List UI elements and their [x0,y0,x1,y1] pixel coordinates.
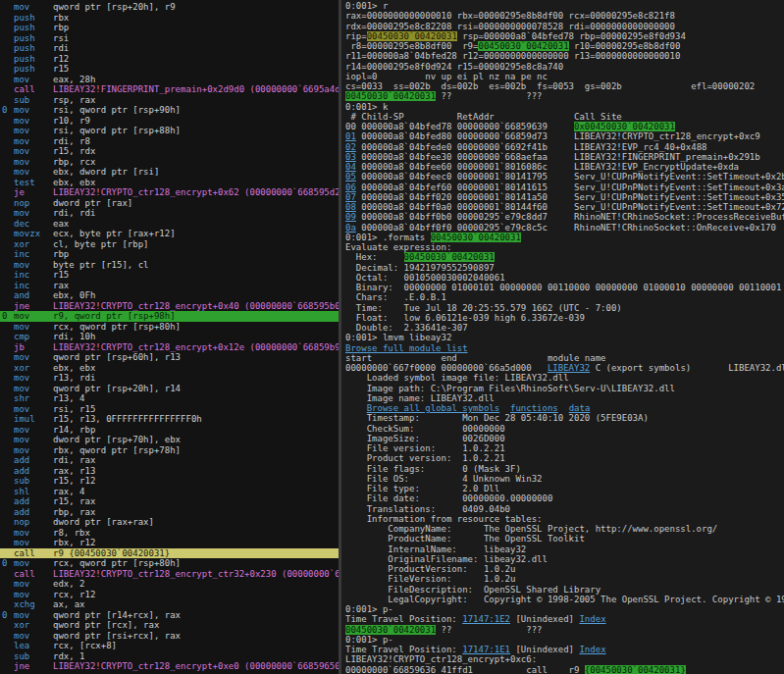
console-line: r8=00000295e8b8df00 r9=00450030`00420031… [345,41,784,51]
operands: eax, 28h [53,75,95,84]
disasm-line[interactable]: movrsi, qword ptr [rsp+88h] [0,126,339,136]
console-text: 0:001> r [345,1,388,11]
dml-link[interactable]: 03 [345,152,356,162]
disasm-line[interactable]: movrbx, r12 [0,538,339,548]
disasm-line[interactable]: shrr13, 4 [0,393,339,404]
dml-link[interactable]: Index [579,614,605,624]
disasm-line[interactable]: addrbp, rax [0,507,339,518]
disasm-line[interactable]: movr14, rbp [0,425,339,436]
console-text: InternalName: libeay32 [345,544,526,554]
dml-link[interactable]: Index [579,645,605,654]
disasm-line[interactable]: callLIBEAY32!CRYPTO_ctr128_encrypt_ctr32… [0,569,339,580]
disasm-line[interactable]: incrbp [0,249,339,260]
console-text: 000000a8`04bfede0 00000000`6692f41b LIBE… [356,142,707,152]
disasm-line[interactable]: addrax, r13 [0,466,339,477]
disasm-line[interactable]: learcx, [rcx+8] [0,641,339,651]
disasm-line[interactable]: movdword ptr [rsp+70h], ebx [0,435,339,445]
console-line: Image name: LIBEAY32.dll [345,393,784,403]
disasm-line[interactable]: jeLIBEAY32!CRYPTO_ctr128_encrypt+0x62 (0… [0,187,339,198]
disasm-line[interactable]: deceax [0,219,339,230]
dml-link[interactable]: Browse full module list [345,343,468,353]
disasm-line[interactable]: pushrsi [0,33,339,44]
mnemonic: mov [14,2,53,13]
dml-link[interactable]: functions [510,403,558,413]
disasm-line[interactable]: pushrdi [0,43,339,54]
disasm-line[interactable]: imulr15, r13, 0FFFFFFFFFFFFFFF0h [0,414,339,425]
console-text: Double: 2.33641e-307 [345,323,468,333]
disasm-line[interactable]: pushr12 [0,54,339,65]
disasm-line[interactable]: movqword ptr [rsp+60h], r13 [0,352,339,363]
disasm-line[interactable]: 0movr9, qword ptr [rsp+98h] [0,311,339,322]
disasm-line[interactable]: movr10, r9 [0,116,339,127]
console-line: OriginalFilename: libeay32.dll [345,554,784,564]
disasm-line[interactable]: 0movrcx, qword ptr [rsp+80h] [0,558,339,569]
disasm-line[interactable]: andebx, 0Fh [0,290,339,301]
address-gutter: 0 [0,558,14,569]
disasm-line[interactable]: movrcx, r12 [0,590,339,600]
disasm-line[interactable]: pushrbx [0,13,339,24]
dml-link[interactable]: LIBEAY32 [548,363,590,373]
disasm-line[interactable]: movzxecx, byte ptr [rax+r12] [0,229,339,239]
disasm-line[interactable]: movrdi, r8 [0,136,339,147]
disasm-line[interactable]: movr15, rdx [0,146,339,157]
disasm-line[interactable]: movr13, rdi [0,373,339,384]
dml-link[interactable]: 07 [345,192,356,202]
disasm-line[interactable]: jbLIBEAY32!CRYPTO_ctr128_encrypt+0x12e (… [0,342,339,353]
disasm-line[interactable]: movrbx, qword ptr [rsp+78h] [0,445,339,456]
disasm-line[interactable]: movebx, dword ptr [rsi] [0,167,339,178]
disasm-line[interactable]: xorebx, ebx [0,363,339,374]
disasm-line[interactable]: movqword ptr [rsi+rcx], rax [0,631,339,642]
dml-link[interactable]: data [569,403,591,413]
dml-link[interactable]: 01 [345,131,356,141]
dml-link[interactable]: 17147:1E1 [462,645,510,654]
mnemonic: call [14,84,53,95]
disasm-line[interactable]: pushr15 [0,64,339,75]
disasm-line[interactable]: shlrax, 4 [0,487,339,497]
disasm-line[interactable]: movr8, rbx [0,528,339,539]
dml-link[interactable]: 02 [345,142,356,152]
dml-link[interactable]: 17147:1E2 [462,614,510,624]
disasm-line[interactable]: nopdword ptr [rax] [0,198,339,209]
command-output-pane[interactable]: 0:001> rrax=0000000000000010 rbx=0000029… [341,0,784,674]
disasm-line[interactable]: 0movqword ptr [r14+rcx], rax [0,610,339,621]
disasm-line[interactable]: nopdword ptr [rax+rax] [0,517,339,528]
disasm-line[interactable]: movrbp, rcx [0,157,339,168]
dml-link[interactable]: 04 [345,162,356,172]
dml-link[interactable]: 09 [345,212,356,222]
dml-link[interactable]: 0a [345,223,356,233]
disasm-line[interactable]: movqword ptr [rsp+20h], r9 [0,2,339,13]
disasm-line[interactable]: movrsi, r15 [0,404,339,415]
disasm-line[interactable]: xchgax, ax [0,599,339,610]
disasm-line[interactable]: xorqword ptr [rcx], rax [0,620,339,631]
disasm-line[interactable]: subrsp, rax [0,95,339,106]
console-line: Loaded symbol image file: LIBEAY32.dll [345,373,784,383]
disasm-line[interactable]: movbyte ptr [r15], cl [0,260,339,271]
mnemonic: lea [14,641,53,651]
disasm-line[interactable]: movedx, 2 [0,579,339,590]
dml-link[interactable]: 08 [345,202,356,212]
disasm-line[interactable]: addrdi, rax [0,455,339,466]
dml-link[interactable]: 06 [345,182,356,192]
disasm-line[interactable]: subr15, r12 [0,476,339,487]
disasm-line[interactable]: callr9 {00450030`00420031} [0,548,339,559]
disasm-line[interactable]: movqword ptr [rsp+20h], r14 [0,384,339,394]
disasm-line[interactable]: xorcl, byte ptr [rbp] [0,239,339,250]
disassembly-pane[interactable]: movqword ptr [rsp+20h], r9pushrbxpushrbp… [0,0,339,674]
dml-link[interactable]: 05 [345,172,356,181]
disasm-line[interactable]: incr15 [0,270,339,281]
dml-link[interactable]: Browse all global symbols [367,403,499,413]
disasm-line[interactable]: movrdi, rdi [0,208,339,219]
disasm-line[interactable]: callLIBEAY32!FINGERPRINT_premain+0x2d9d0… [0,84,339,95]
disasm-line[interactable]: addr15, rax [0,496,339,507]
disasm-line[interactable]: 0movrsi, qword ptr [rsp+90h] [0,105,339,116]
disasm-line[interactable]: pushrbp [0,23,339,33]
disasm-line[interactable]: jneLIBEAY32!CRYPTO_ctr128_encrypt+0xe0 (… [0,661,339,672]
disasm-line[interactable]: subrdx, 1 [0,651,339,662]
disasm-line[interactable]: movrcx, qword ptr [rsp+80h] [0,322,339,333]
disasm-line[interactable]: moveax, 28h [0,75,339,85]
disasm-line[interactable]: cmprdi, 10h [0,332,339,342]
disasm-line[interactable]: testebx, ebx [0,178,339,188]
disasm-line[interactable]: incrax [0,281,339,291]
operands: rax [53,281,69,290]
disasm-line[interactable]: jneLIBEAY32!CRYPTO_ctr128_encrypt+0x40 (… [0,301,339,312]
